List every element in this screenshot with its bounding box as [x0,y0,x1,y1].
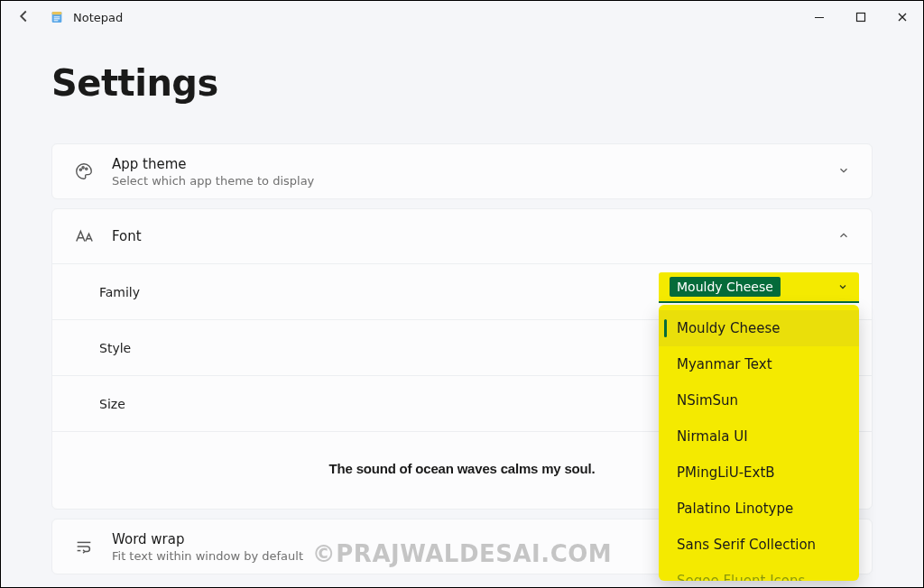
font-family-combobox[interactable]: Mouldy Cheese [659,272,859,303]
word-wrap-icon [72,535,96,558]
font-family-dropdown-list: Mouldy Cheese Myanmar Text NSimSun Nirma… [659,305,859,581]
app-theme-title: App theme [112,156,314,172]
svg-rect-4 [54,20,59,21]
font-family-combo-container: Mouldy Cheese Mouldy Cheese Myanmar Text… [659,272,859,303]
font-family-row: Family Mouldy Cheese Mouldy Cheese Myanm… [52,263,872,319]
app-theme-card: App theme Select which app theme to disp… [51,143,873,199]
title-bar: Notepad [1,1,923,33]
svg-point-8 [82,167,84,169]
svg-point-9 [86,168,88,170]
font-family-option[interactable]: NSimSun [659,382,859,418]
font-family-option[interactable]: Mouldy Cheese [659,310,859,346]
app-title: Notepad [73,11,123,24]
font-family-option[interactable]: PMingLiU-ExtB [659,455,859,491]
app-theme-row[interactable]: App theme Select which app theme to disp… [52,144,872,198]
svg-point-7 [79,169,81,170]
font-row[interactable]: Font [52,209,872,263]
font-family-option[interactable]: Palatino Linotype [659,491,859,527]
chevron-down-icon [837,279,848,296]
typography-icon [72,225,96,248]
font-style-label: Style [99,341,131,355]
font-family-selected-value: Mouldy Cheese [670,277,781,297]
word-wrap-title: Word wrap [112,531,303,547]
font-family-option[interactable]: Sans Serif Collection [659,527,859,563]
close-button[interactable] [882,1,923,33]
chevron-down-icon [836,163,852,180]
app-theme-subtitle: Select which app theme to display [112,174,314,188]
font-card: Font Family Mouldy Cheese Mouldy Cheese [51,208,873,510]
palette-icon [72,160,96,183]
svg-rect-1 [52,12,62,14]
svg-rect-2 [54,16,60,17]
minimize-button[interactable] [799,1,840,33]
back-button[interactable] [14,6,33,29]
font-family-option[interactable]: Segoe Fluent Icons [659,563,859,581]
settings-page: Settings App theme Select which app them… [1,33,923,574]
font-size-label: Size [99,397,125,411]
svg-rect-6 [857,14,865,22]
word-wrap-subtitle: Fit text within window by default [112,549,303,563]
maximize-button[interactable] [840,1,882,33]
page-title: Settings [51,62,873,104]
font-family-option[interactable]: Myanmar Text [659,346,859,382]
font-family-label: Family [99,285,140,299]
chevron-up-icon [836,228,852,245]
notepad-app-icon [50,10,64,24]
font-title: Font [112,228,142,244]
svg-rect-3 [54,18,60,19]
window-controls [799,1,923,33]
font-family-option[interactable]: Nirmala UI [659,418,859,455]
svg-rect-5 [815,17,824,18]
